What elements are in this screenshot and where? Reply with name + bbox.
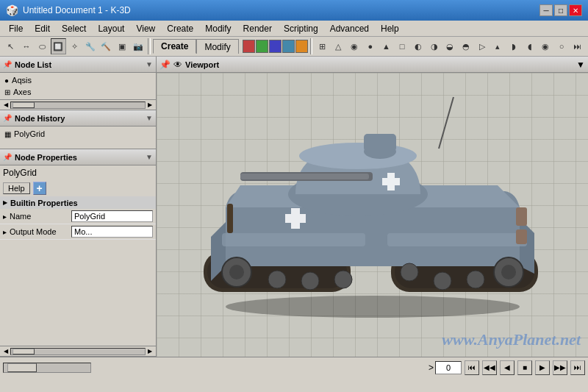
tb-d1[interactable]: ◗: [506, 38, 522, 54]
tb-d2[interactable]: ◖: [522, 38, 537, 54]
tb-pointer[interactable]: 🔲: [51, 38, 66, 54]
node-history-dropdown-icon[interactable]: ▼: [146, 114, 153, 122]
node-properties-pin-icon: 📌: [3, 153, 12, 161]
tb-paint[interactable]: 🔨: [98, 38, 114, 54]
menu-edit[interactable]: Edit: [29, 22, 56, 35]
tb-move[interactable]: ↔: [19, 38, 35, 54]
tb-d3[interactable]: ◉: [538, 38, 553, 54]
node-list-hscroll[interactable]: ◀ ▶: [0, 99, 156, 110]
minimize-button[interactable]: ─: [539, 4, 553, 16]
props-hscroll-thumb[interactable]: [12, 349, 35, 354]
frame-input[interactable]: [435, 361, 462, 374]
menu-view[interactable]: View: [130, 22, 161, 35]
tb-grid-icon[interactable]: ⊞: [315, 38, 330, 54]
color-teal[interactable]: [282, 40, 295, 53]
playback-forward-fast[interactable]: ▶▶: [553, 360, 567, 375]
viewport-dropdown-icon[interactable]: ▼: [576, 60, 585, 70]
menu-advanced[interactable]: Advanced: [324, 22, 375, 35]
tb-ellipse[interactable]: ⬭: [35, 38, 50, 54]
node-history-title: Node History: [15, 114, 143, 123]
tb-cam[interactable]: 📷: [131, 38, 146, 54]
statusbar: > ⏮ ◀◀ ◀ ■ ▶ ▶▶ ⏭: [0, 357, 588, 377]
svg-rect-26: [222, 233, 365, 246]
playback-skip-start[interactable]: ⏮: [465, 360, 479, 375]
menu-select[interactable]: Select: [56, 22, 92, 35]
menu-scripting[interactable]: Scripting: [278, 22, 324, 35]
tb-lasso[interactable]: ✧: [67, 38, 82, 54]
tb-frame[interactable]: ▣: [115, 38, 130, 54]
node-history-content: ▦ PolyGrid: [0, 126, 156, 149]
app-icon: 🎲: [6, 4, 18, 16]
props-hscroll[interactable]: ◀ ▶: [0, 346, 156, 356]
tb-select[interactable]: ↖: [3, 38, 18, 54]
polygrid-history-icon: ▦: [4, 130, 11, 138]
help-button[interactable]: Help: [3, 182, 30, 194]
node-list-title: Node List: [15, 60, 143, 69]
tb-brush[interactable]: 🔧: [82, 38, 98, 54]
playback-rewind-fast[interactable]: ◀◀: [482, 360, 497, 375]
status-scrollbar[interactable]: [3, 363, 91, 373]
node-history-header: 📌 Node History ▼: [0, 110, 156, 126]
tank-svg: [182, 90, 564, 340]
maximize-button[interactable]: □: [554, 4, 567, 16]
props-hscroll-right[interactable]: ▶: [146, 347, 154, 355]
props-hscroll-track[interactable]: [10, 348, 146, 355]
svg-rect-28: [516, 207, 527, 226]
tree-item-polygrid-history[interactable]: ▦ PolyGrid: [1, 128, 154, 140]
status-scrollbar-thumb[interactable]: [7, 363, 37, 372]
node-properties-dropdown-icon[interactable]: ▼: [146, 153, 153, 161]
node-history-pin-icon: 📌: [3, 114, 12, 122]
tb-sq[interactable]: □: [395, 38, 410, 54]
tb-circle[interactable]: ◉: [347, 38, 362, 54]
tb-tri2[interactable]: ▲: [379, 38, 394, 54]
axes-icon: ⊞: [4, 88, 10, 96]
color-blue[interactable]: [269, 40, 282, 53]
prop-row-output-mode: ▸ Output Mode Mo...: [0, 224, 156, 240]
close-button[interactable]: ✕: [569, 4, 582, 16]
menu-modify[interactable]: Modify: [199, 22, 237, 35]
tree-item-axes[interactable]: ⊞ Axes: [1, 86, 154, 98]
playback-skip-end[interactable]: ⏭: [570, 360, 585, 375]
playback-rewind[interactable]: ◀: [500, 360, 514, 375]
prop-output-icon: ▸: [3, 228, 7, 236]
playback-play[interactable]: ▶: [535, 360, 550, 375]
svg-rect-30: [227, 204, 233, 233]
color-green[interactable]: [256, 40, 268, 53]
tab-modify[interactable]: Modify: [196, 39, 238, 54]
node-list-dropdown-icon[interactable]: ▼: [146, 60, 153, 68]
tab-create[interactable]: Create: [153, 39, 196, 54]
tb-oc4[interactable]: ◓: [459, 38, 474, 54]
menu-render[interactable]: Render: [237, 22, 278, 35]
viewport-canvas[interactable]: www.AnyaPlanet.net: [157, 73, 588, 357]
add-property-button[interactable]: +: [33, 182, 46, 195]
tree-item-aqsis[interactable]: ● Aqsis: [1, 74, 154, 86]
tb-tri3[interactable]: ▴: [490, 38, 506, 54]
prop-output-value[interactable]: Mo...: [71, 226, 153, 238]
color-red[interactable]: [243, 40, 255, 53]
playback-stop[interactable]: ■: [517, 360, 532, 375]
tb-disc[interactable]: ●: [362, 38, 378, 54]
props-hscroll-left[interactable]: ◀: [1, 347, 10, 355]
tb-oc2[interactable]: ◑: [426, 38, 442, 54]
tb-play[interactable]: ▷: [474, 38, 490, 54]
menu-help[interactable]: Help: [375, 22, 405, 35]
prop-name-value[interactable]: PolyGrid: [71, 210, 153, 222]
tb-end[interactable]: ⏭: [570, 38, 585, 54]
hscroll-thumb[interactable]: [12, 102, 35, 108]
viewport-area: 📌 👁 Viewport ▼: [157, 57, 588, 357]
hscroll-track[interactable]: [10, 101, 146, 109]
menu-file[interactable]: File: [3, 22, 29, 35]
menu-create[interactable]: Create: [161, 22, 199, 35]
hscroll-left-arrow[interactable]: ◀: [1, 101, 10, 109]
svg-rect-10: [240, 174, 369, 179]
aqsis-icon: ●: [4, 76, 9, 85]
color-orange[interactable]: [295, 40, 308, 53]
node-properties-header: 📌 Node Properties ▼: [0, 149, 156, 165]
tb-d4[interactable]: ○: [554, 38, 570, 54]
tb-tria[interactable]: △: [331, 38, 346, 54]
menu-layout[interactable]: Layout: [92, 22, 130, 35]
tb-oc3[interactable]: ◒: [442, 38, 458, 54]
tb-oc1[interactable]: ◐: [411, 38, 426, 54]
viewport-label: Viewport: [185, 60, 219, 69]
hscroll-right-arrow[interactable]: ▶: [146, 101, 154, 109]
